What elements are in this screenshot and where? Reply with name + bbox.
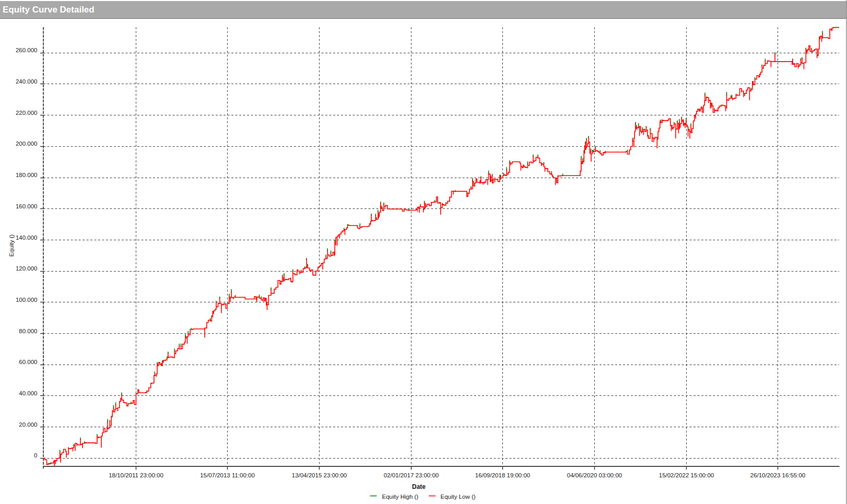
svg-text:Equity (): Equity (): [8, 234, 15, 256]
svg-text:240.000: 240.000: [16, 78, 38, 85]
svg-text:160.000: 160.000: [16, 203, 38, 209]
svg-text:20.000: 20.000: [19, 421, 37, 428]
svg-text:16/09/2018 19:00:00: 16/09/2018 19:00:00: [475, 472, 531, 478]
svg-text:13/04/2015 23:00:00: 13/04/2015 23:00:00: [292, 472, 347, 478]
svg-text:140.000: 140.000: [16, 235, 38, 241]
svg-text:26/10/2023 16:55:00: 26/10/2023 16:55:00: [750, 472, 806, 478]
svg-text:80.000: 80.000: [19, 328, 37, 334]
svg-text:260.000: 260.000: [16, 47, 38, 53]
svg-text:100.000: 100.000: [16, 297, 38, 303]
svg-text:15/07/2013 11:00:00: 15/07/2013 11:00:00: [200, 472, 255, 478]
svg-text:02/01/2017 23:00:00: 02/01/2017 23:00:00: [384, 472, 439, 478]
svg-text:60.000: 60.000: [19, 359, 37, 365]
svg-text:Equity High (): Equity High (): [382, 494, 419, 500]
svg-text:40.000: 40.000: [19, 390, 37, 396]
svg-text:15/02/2022 15:00:00: 15/02/2022 15:00:00: [659, 472, 714, 478]
svg-text:Date: Date: [412, 483, 426, 490]
svg-text:200.000: 200.000: [16, 140, 38, 147]
svg-text:180.000: 180.000: [16, 172, 38, 178]
svg-text:04/06/2020 03:00:00: 04/06/2020 03:00:00: [567, 472, 622, 478]
svg-text:Equity Low (): Equity Low (): [441, 494, 476, 500]
svg-text:0: 0: [34, 452, 37, 459]
svg-text:18/10/2011 23:00:00: 18/10/2011 23:00:00: [109, 472, 163, 478]
svg-text:220.000: 220.000: [16, 110, 38, 116]
svg-text:120.000: 120.000: [16, 265, 38, 272]
